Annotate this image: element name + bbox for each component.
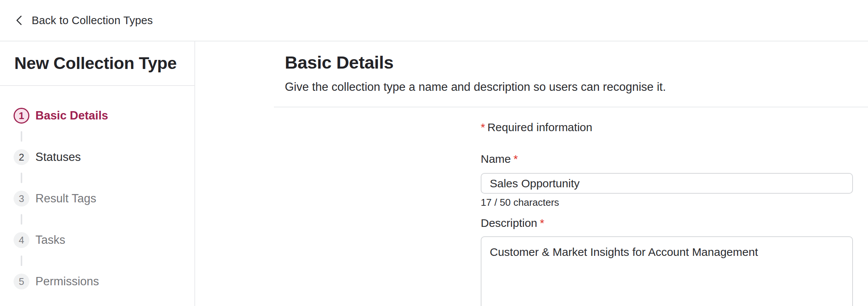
step-connector: [14, 165, 194, 191]
topbar: Back to Collection Types: [0, 0, 868, 41]
sidebar: New Collection Type 1 Basic Details 2 St…: [0, 41, 195, 306]
page-title: New Collection Type: [14, 54, 177, 73]
resize-handle-icon[interactable]: [840, 304, 850, 306]
name-required-asterisk: *: [513, 153, 518, 165]
character-count: 17 / 50 characters: [481, 197, 853, 208]
stepper-item-statuses[interactable]: 2 Statuses: [14, 149, 194, 165]
step-label: Statuses: [35, 150, 81, 164]
step-number-badge: 3: [14, 191, 29, 207]
step-connector: [14, 248, 194, 274]
step-label: Result Tags: [35, 192, 96, 205]
step-label: Permissions: [35, 275, 99, 288]
step-label: Tasks: [35, 233, 65, 247]
required-asterisk: *: [481, 121, 485, 133]
back-button[interactable]: Back to Collection Types: [14, 14, 153, 27]
step-connector: [14, 124, 194, 149]
stepper-item-permissions[interactable]: 5 Permissions: [14, 274, 194, 289]
sidebar-header: New Collection Type: [0, 41, 194, 86]
section-divider: [274, 107, 868, 107]
wizard-stepper: 1 Basic Details 2 Statuses 3 Result Tags…: [0, 86, 194, 289]
name-field-label: Name*: [481, 153, 853, 165]
basic-details-form: *Required information Name* 17 / 50 char…: [481, 121, 853, 306]
step-number-badge: 4: [14, 232, 29, 248]
app-window: Back to Collection Types New Collection …: [0, 0, 868, 306]
step-number-badge: 1: [14, 108, 29, 124]
description-textarea[interactable]: [481, 236, 853, 306]
back-label: Back to Collection Types: [32, 14, 153, 27]
description-field-label: Description*: [481, 217, 853, 230]
stepper-item-result-tags[interactable]: 3 Result Tags: [14, 191, 194, 207]
name-input[interactable]: [481, 173, 853, 194]
stepper-item-tasks[interactable]: 4 Tasks: [14, 232, 194, 248]
stepper-item-basic-details[interactable]: 1 Basic Details: [14, 108, 194, 124]
required-note-text: Required information: [487, 121, 592, 133]
description-required-asterisk: *: [540, 217, 544, 229]
step-label: Basic Details: [35, 109, 108, 122]
required-information-note: *Required information: [481, 121, 853, 134]
section-header: Basic Details Give the collection type a…: [285, 52, 868, 94]
step-number-badge: 2: [14, 149, 29, 165]
step-number-badge: 5: [14, 274, 29, 289]
section-title: Basic Details: [285, 52, 868, 73]
section-subtitle: Give the collection type a name and desc…: [285, 80, 868, 94]
chevron-left-icon: [14, 15, 24, 26]
step-connector: [14, 207, 194, 232]
main-panel: Basic Details Give the collection type a…: [195, 41, 868, 306]
